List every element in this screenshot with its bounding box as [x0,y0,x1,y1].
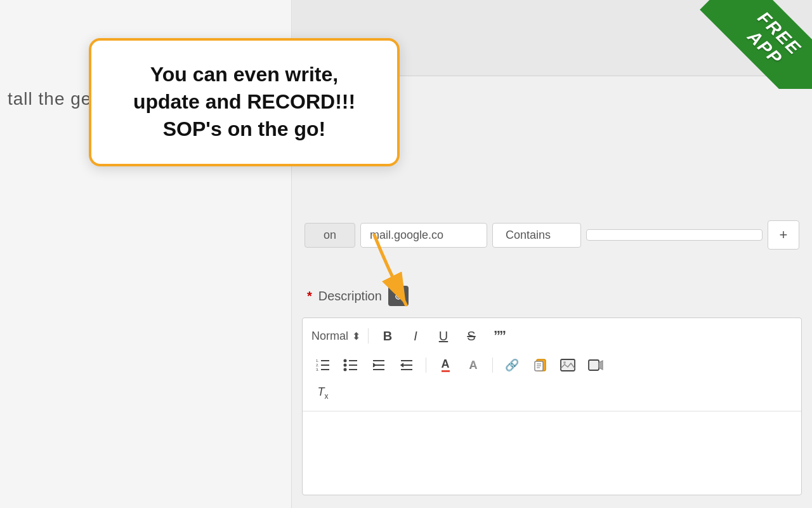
indent-increase-button[interactable] [395,354,418,377]
video-button[interactable] [584,354,607,377]
svg-text:3.: 3. [316,368,319,371]
callout-arrow [336,229,450,318]
svg-text:1.: 1. [316,359,319,363]
chevron-icon: ⬍ [352,330,360,342]
filter-add-button[interactable]: + [768,220,799,250]
highlight-button[interactable]: A [462,354,485,377]
toolbar-row3: Tx [311,382,792,404]
toolbar-divider-3 [492,358,493,373]
svg-point-13 [344,359,347,363]
clear-format-icon: Tx [318,385,329,401]
callout-box: You can even write, update and RECORD!!!… [89,38,400,166]
paste-button[interactable] [528,354,551,377]
svg-text:2.: 2. [316,363,319,367]
svg-point-14 [344,364,347,367]
svg-marker-30 [599,361,603,370]
text-color-button[interactable]: A [434,354,457,377]
editor-toolbar: Normal ⬍ B I U S ”” 1. 2. 3. [303,318,801,411]
image-button[interactable] [556,354,579,377]
svg-rect-29 [589,360,599,370]
highlight-icon: A [469,359,478,372]
indent-decrease-button[interactable] [367,354,390,377]
clear-format-button[interactable]: Tx [311,382,334,404]
required-marker: * [307,289,312,304]
filter-contains-button[interactable]: Contains [492,223,581,248]
link-button[interactable]: 🔗 [501,354,523,377]
quote-button[interactable]: ”” [488,324,511,347]
left-input-text: tall the ge [0,83,99,116]
ordered-list-button[interactable]: 1. 2. 3. [311,354,334,377]
editor-area: Normal ⬍ B I U S ”” 1. 2. 3. [302,318,802,495]
callout-text: You can even write, update and RECORD!!!… [114,61,374,144]
style-select[interactable]: Normal ⬍ [311,330,360,343]
underline-button[interactable]: U [432,324,455,347]
svg-point-15 [344,368,347,371]
svg-point-28 [563,361,566,364]
free-app-label: FREE APP [700,0,812,89]
filter-text-input[interactable] [586,229,763,241]
italic-button[interactable]: I [404,324,427,347]
text-color-icon: A [442,358,450,373]
style-label: Normal [311,330,348,343]
toolbar-row2: 1. 2. 3. [311,354,792,377]
bold-button[interactable]: B [376,324,399,347]
free-app-badge: FREE APP [672,0,812,89]
toolbar-row1: Normal ⬍ B I U S ”” [311,324,792,347]
strikethrough-button[interactable]: S [460,324,483,347]
unordered-list-button[interactable] [339,354,362,377]
toolbar-divider-2 [426,358,426,373]
toolbar-divider-1 [368,328,369,344]
